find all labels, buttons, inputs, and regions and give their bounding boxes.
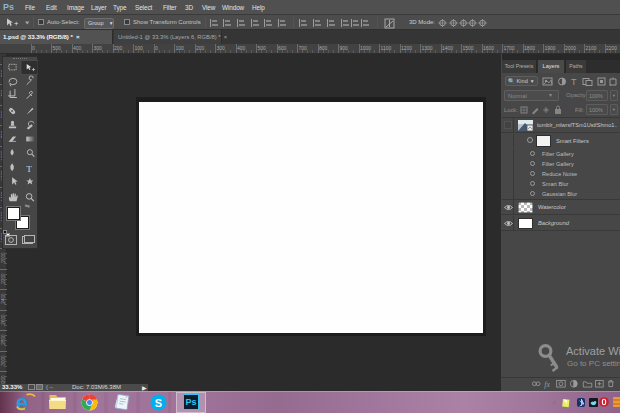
svg-text:S: S	[155, 397, 162, 409]
svg-text:fx: fx	[544, 380, 550, 389]
svg-text:T: T	[26, 164, 32, 174]
svg-text:T: T	[571, 77, 577, 86]
